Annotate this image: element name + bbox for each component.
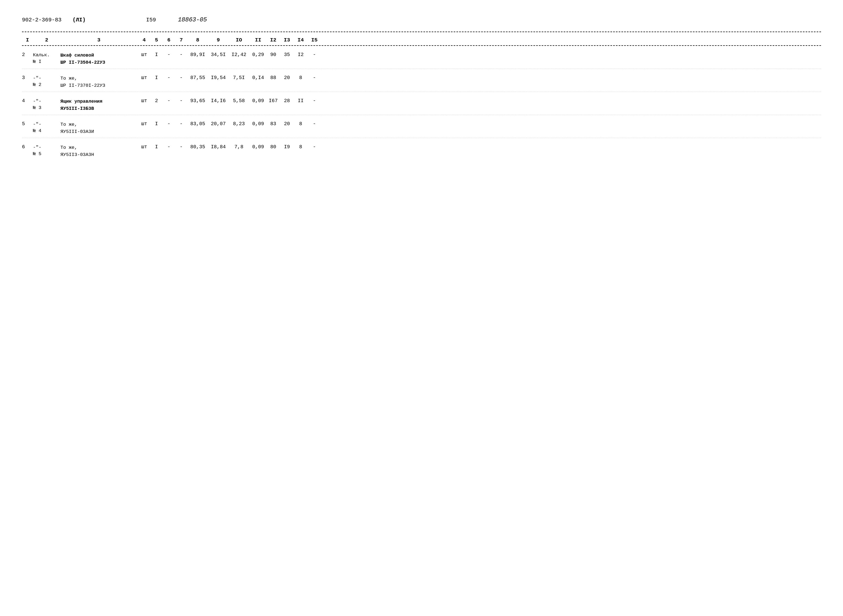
cell-col11: 0,09 — [250, 98, 266, 104]
cell-col3: Шкаф силовой ШР II-73504-22УЗ — [60, 52, 137, 66]
cell-col7: - — [176, 98, 187, 104]
cell-col14: I2 — [294, 52, 307, 57]
cell-col11: 0,09 — [250, 144, 266, 150]
col-header-7: 7 — [176, 37, 187, 43]
cell-col6: - — [162, 75, 176, 81]
cell-col4: шт — [137, 75, 151, 81]
document-header: 902-2-369-83 (ЛI) I59 18863-05 — [22, 16, 821, 23]
cell-col10: 5,58 — [228, 98, 250, 104]
cell-col13: 20 — [280, 75, 294, 81]
cell-col7: - — [176, 52, 187, 57]
cell-col2: -"- № 4 — [33, 121, 60, 134]
top-divider — [22, 32, 821, 32]
cell-col7: - — [176, 75, 187, 81]
cell-col10: I2,42 — [228, 52, 250, 57]
cell-col12: 83 — [266, 121, 280, 126]
cell-num: 3 — [22, 75, 33, 81]
cell-col7: - — [176, 144, 187, 150]
cell-col5: I — [151, 121, 162, 126]
cell-col2: -"- № 5 — [33, 144, 60, 157]
cell-col12: 90 — [266, 52, 280, 57]
cell-col9: I8,84 — [209, 144, 228, 150]
cell-num: 4 — [22, 98, 33, 104]
cell-col3: То же, ШР II-7370I-22УЗ — [60, 75, 137, 89]
cell-col5: I — [151, 52, 162, 57]
cell-col15: - — [307, 144, 321, 150]
table-row: 3 -"- № 2 То же, ШР II-7370I-22УЗ шт I -… — [22, 69, 821, 92]
table-row: 2 Кальк. № I Шкаф силовой ШР II-73504-22… — [22, 46, 821, 69]
col-header-13: I3 — [280, 37, 294, 43]
col-header-6: 6 — [162, 37, 176, 43]
cell-num: 6 — [22, 144, 33, 150]
cell-num: 5 — [22, 121, 33, 126]
col-header-15: I5 — [307, 37, 321, 43]
doc-gost: 18863-05 — [178, 16, 207, 23]
cell-col8: 89,9I — [187, 52, 209, 57]
table-row: 6 -"- № 5 То же, ЯУ5II3-03А3Н шт I - - 8… — [22, 138, 821, 161]
cell-col4: шт — [137, 52, 151, 57]
cell-col6: - — [162, 144, 176, 150]
cell-col2: -"- № 3 — [33, 98, 60, 111]
column-headers: I 2 3 4 5 6 7 8 9 IO II I2 I3 I4 I5 — [22, 35, 821, 46]
cell-col12: 88 — [266, 75, 280, 81]
cell-col4: шт — [137, 144, 151, 150]
cell-col12: 80 — [266, 144, 280, 150]
cell-col15: - — [307, 52, 321, 57]
cell-col15: - — [307, 121, 321, 126]
col-header-9: 9 — [209, 37, 228, 43]
cell-col14: II — [294, 98, 307, 104]
cell-col9: I9,54 — [209, 75, 228, 81]
col-header-8: 8 — [187, 37, 209, 43]
data-table: 2 Кальк. № I Шкаф силовой ШР II-73504-22… — [22, 46, 821, 161]
col-header-12: I2 — [266, 37, 280, 43]
cell-num: 2 — [22, 52, 33, 57]
col-header-11: II — [250, 37, 266, 43]
cell-col3: То же, ЯУ5III-03А3И — [60, 121, 137, 135]
cell-col13: I9 — [280, 144, 294, 150]
cell-col9: 34,5I — [209, 52, 228, 57]
table-row: 4 -"- № 3 Ящик управления ЯУ5III-I3Б3В ш… — [22, 92, 821, 115]
col-header-1: I — [22, 37, 33, 43]
cell-col11: 0,09 — [250, 121, 266, 126]
cell-col15: - — [307, 98, 321, 104]
cell-col6: - — [162, 98, 176, 104]
cell-col8: 87,55 — [187, 75, 209, 81]
cell-col7: - — [176, 121, 187, 126]
cell-col13: 20 — [280, 121, 294, 126]
cell-col3: То же, ЯУ5II3-03А3Н — [60, 144, 137, 158]
cell-col5: I — [151, 144, 162, 150]
cell-col3: Ящик управления ЯУ5III-I3Б3В — [60, 98, 137, 112]
cell-col9: I4,I6 — [209, 98, 228, 104]
cell-col14: 8 — [294, 75, 307, 81]
col-header-3: 3 — [60, 37, 137, 43]
cell-col10: 7,8 — [228, 144, 250, 150]
cell-col5: 2 — [151, 98, 162, 104]
cell-col11: 0,29 — [250, 52, 266, 57]
cell-col8: 80,35 — [187, 144, 209, 150]
cell-col10: 8,23 — [228, 121, 250, 126]
cell-col11: 0,I4 — [250, 75, 266, 81]
cell-col4: шт — [137, 121, 151, 126]
cell-col5: I — [151, 75, 162, 81]
col-header-10: IO — [228, 37, 250, 43]
cell-col4: шт — [137, 98, 151, 104]
cell-col8: 93,65 — [187, 98, 209, 104]
cell-col14: 8 — [294, 121, 307, 126]
cell-col13: 28 — [280, 98, 294, 104]
cell-col2: Кальк. № I — [33, 52, 60, 65]
cell-col9: 20,07 — [209, 121, 228, 126]
doc-page: I59 — [146, 17, 156, 23]
cell-col6: - — [162, 52, 176, 57]
cell-col10: 7,5I — [228, 75, 250, 81]
col-header-2: 2 — [33, 37, 60, 43]
doc-type: (ЛI) — [72, 17, 86, 23]
col-header-5: 5 — [151, 37, 162, 43]
cell-col8: 83,05 — [187, 121, 209, 126]
cell-col12: I67 — [266, 98, 280, 104]
col-header-4: 4 — [137, 37, 151, 43]
cell-col6: - — [162, 121, 176, 126]
cell-col13: 35 — [280, 52, 294, 57]
table-row: 5 -"- № 4 То же, ЯУ5III-03А3И шт I - - 8… — [22, 115, 821, 138]
col-header-14: I4 — [294, 37, 307, 43]
cell-col14: 8 — [294, 144, 307, 150]
